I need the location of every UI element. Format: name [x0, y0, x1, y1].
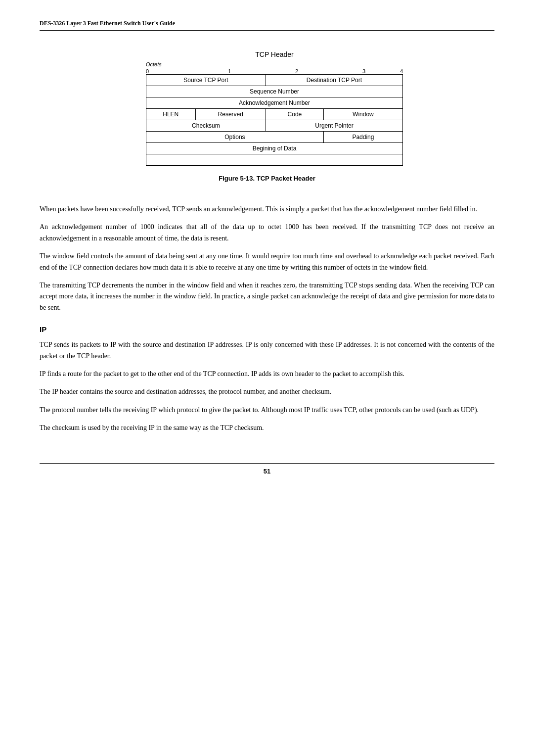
- tcp-header-table: Source TCP Port Destination TCP Port Seq…: [146, 74, 403, 166]
- table-row: Sequence Number: [146, 86, 403, 97]
- octet-4: 4: [400, 68, 403, 74]
- ip-paragraph-2: IP finds a route for the packet to get t…: [40, 369, 494, 379]
- table-row: Checksum Urgent Pointer: [146, 120, 403, 132]
- header-title: DES-3326 Layer 3 Fast Ethernet Switch Us…: [40, 20, 175, 27]
- begining-of-data: Begining of Data: [146, 143, 403, 154]
- sequence-number: Sequence Number: [146, 86, 403, 97]
- urgent-pointer: Urgent Pointer: [266, 120, 402, 132]
- diagram-title: TCP Header: [146, 50, 403, 58]
- paragraph-1: When packets have been successfully rece…: [40, 204, 494, 215]
- options: Options: [146, 132, 324, 143]
- octet-2: 2: [295, 68, 298, 74]
- tcp-diagram: TCP Header Octets 0 1 2 3 4 Source TCP P…: [40, 50, 494, 194]
- page-number: 51: [264, 468, 270, 475]
- ip-paragraph-3: The IP header contains the source and de…: [40, 386, 494, 397]
- ip-paragraph-5: The checksum is used by the receiving IP…: [40, 423, 494, 433]
- checksum: Checksum: [146, 120, 266, 132]
- hlen: HLEN: [146, 109, 196, 120]
- octet-0: 0: [146, 68, 149, 74]
- ip-paragraph-1: TCP sends its packets to IP with the sou…: [40, 339, 494, 362]
- paragraph-2: An acknowledgement number of 1000 indica…: [40, 222, 494, 244]
- page-footer: 51: [40, 463, 494, 475]
- octets-label: Octets: [146, 61, 403, 67]
- destination-tcp-port: Destination TCP Port: [266, 75, 402, 86]
- diagram-wrapper: TCP Header Octets 0 1 2 3 4 Source TCP P…: [131, 50, 403, 166]
- figure-caption: Figure 5-13. TCP Packet Header: [219, 175, 315, 182]
- table-row: Acknowledgement Number: [146, 97, 403, 109]
- paragraph-3: The window field controls the amount of …: [40, 251, 494, 273]
- ip-paragraph-4: The protocol number tells the receiving …: [40, 405, 494, 416]
- octet-3: 3: [362, 68, 365, 74]
- padding: Padding: [323, 132, 402, 143]
- empty-row: [146, 154, 403, 166]
- ip-section-heading: IP: [40, 325, 494, 333]
- table-row: HLEN Reserved Code Window: [146, 109, 403, 120]
- table-row: Source TCP Port Destination TCP Port: [146, 75, 403, 86]
- code: Code: [266, 109, 323, 120]
- octet-numbers: 0 1 2 3 4: [146, 68, 403, 74]
- table-row: [146, 154, 403, 166]
- acknowledgement-number: Acknowledgement Number: [146, 97, 403, 109]
- octet-1: 1: [228, 68, 231, 74]
- table-row: Options Padding: [146, 132, 403, 143]
- table-row: Begining of Data: [146, 143, 403, 154]
- reserved: Reserved: [195, 109, 266, 120]
- paragraph-4: The transmitting TCP decrements the numb…: [40, 280, 494, 313]
- source-tcp-port: Source TCP Port: [146, 75, 266, 86]
- page-header: DES-3326 Layer 3 Fast Ethernet Switch Us…: [40, 20, 494, 31]
- window: Window: [323, 109, 402, 120]
